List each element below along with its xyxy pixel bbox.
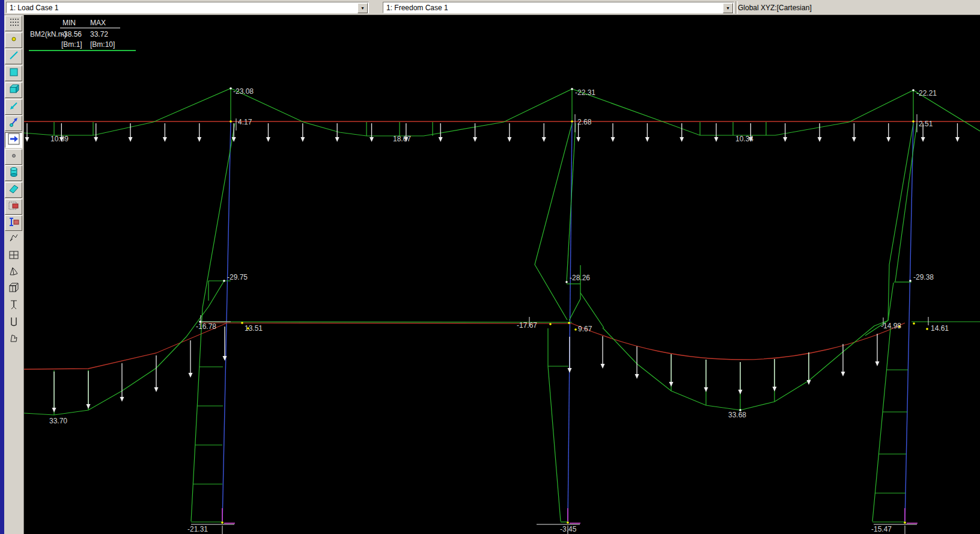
tool-create-plate[interactable] (5, 66, 22, 81)
moment-value-label: 33.70 (49, 417, 67, 425)
create-brick-icon (8, 83, 20, 97)
moment-value-label: -3.45 (560, 526, 576, 533)
ibeam-section-icon (8, 216, 20, 230)
moment-value-label: 10.39 (50, 135, 68, 143)
create-beam-icon (8, 49, 20, 64)
tool-sidebar (4, 15, 24, 534)
frame-post-icon (8, 299, 20, 313)
moment-value-label: -14.98 (881, 322, 901, 330)
tool-channel-section[interactable] (6, 316, 22, 330)
moment-value-label: -29.75 (227, 274, 248, 281)
tool-ibeam-section[interactable] (5, 215, 22, 231)
create-plate-icon (8, 66, 20, 81)
moment-diagram-canvas (24, 15, 980, 534)
tool-snap-move[interactable] (5, 99, 22, 115)
cylinder-icon (8, 166, 20, 180)
coordinate-system-value: Global XYZ:[Cartesian] (738, 4, 812, 12)
load-case-combobox[interactable]: 1: Load Case 1 ▼ (6, 2, 369, 13)
freedom-case-combobox[interactable]: 1: Freedom Case 1 ▼ (383, 2, 734, 13)
moment-value-label: -22.31 (575, 89, 595, 97)
create-node-icon (8, 33, 20, 48)
tool-align-link[interactable] (5, 115, 22, 131)
moment-value-label: -16.78 (196, 323, 216, 331)
sheet-fold-icon (8, 332, 20, 346)
moment-value-label: 10.34 (735, 135, 753, 143)
tool-node-dot[interactable] (5, 149, 22, 165)
tool-plate-section[interactable] (5, 199, 22, 215)
box-mesh-icon (8, 282, 20, 296)
moment-value-label: 13.51 (245, 325, 263, 333)
coordinate-system-display[interactable]: Global XYZ:[Cartesian] (738, 2, 812, 13)
model-viewport[interactable]: MIN MAX BM2(kN.m) -38.56 33.72 [Bm:1] [B… (24, 15, 980, 534)
tool-box-mesh[interactable] (6, 282, 22, 296)
moment-value-label: 18.67 (393, 135, 411, 143)
channel-section-icon (8, 316, 20, 330)
grid-plate-icon (8, 249, 20, 263)
tool-bent-plate[interactable] (6, 232, 22, 247)
moment-value-label: -28.26 (570, 274, 590, 282)
snap-move-icon (8, 100, 20, 114)
moment-value-label: 33.68 (728, 411, 746, 419)
select-points-icon (8, 16, 20, 31)
moment-value-label: -17.67 (517, 322, 537, 330)
load-arrow-icon (8, 133, 20, 147)
tool-create-node[interactable] (5, 32, 22, 48)
legend-series-line (29, 50, 136, 51)
moment-value-label: -29.38 (913, 274, 934, 281)
tool-select-points[interactable] (5, 16, 22, 31)
legend-min-header: MIN (62, 19, 76, 27)
moment-value-label: 2.51 (919, 120, 933, 128)
tool-load-arrow[interactable] (5, 132, 22, 148)
freedom-case-dropdown-arrow-icon[interactable]: ▼ (723, 3, 733, 13)
fold-plate-icon (8, 265, 20, 280)
legend-underline (60, 28, 120, 28)
freedom-case-value: 1: Freedom Case 1 (386, 4, 448, 12)
tool-create-beam[interactable] (5, 49, 22, 64)
plate-section-icon (8, 200, 20, 214)
skew-plate-icon (8, 183, 20, 197)
tool-cylinder[interactable] (5, 165, 22, 181)
legend-max-value: 33.72 (90, 30, 108, 38)
load-case-dropdown-arrow-icon[interactable]: ▼ (358, 3, 368, 13)
align-link-icon (8, 116, 20, 130)
tool-create-brick[interactable] (5, 82, 22, 98)
moment-value-label: 2.68 (577, 118, 591, 126)
moment-value-label: -15.47 (871, 526, 892, 533)
window-edge (0, 0, 4, 534)
load-case-value: 1: Load Case 1 (10, 4, 58, 12)
moment-value-label: 9.67 (578, 325, 592, 333)
tool-skew-plate[interactable] (5, 182, 22, 198)
moment-value-label: 14.61 (931, 325, 949, 333)
toolbar: 1: Load Case 1 ▼ 1: Freedom Case 1 ▼ Glo… (0, 0, 980, 15)
bent-plate-icon (8, 232, 20, 247)
moment-value-label: -22.21 (916, 90, 937, 97)
moment-value-label: 4.17 (238, 118, 252, 126)
node-dot-icon (8, 150, 20, 164)
tool-frame-post[interactable] (6, 299, 22, 313)
legend-max-header: MAX (90, 19, 106, 27)
legend-max-entity: [Bm:10] (90, 40, 115, 49)
tool-grid-plate[interactable] (6, 249, 22, 263)
strand7-window: { "toolbar": { "load_case": "1: Load Cas… (0, 0, 980, 534)
tool-sheet-fold[interactable] (6, 332, 22, 346)
legend-min-entity: [Bm:1] (61, 40, 82, 49)
moment-value-label: -21.31 (187, 526, 208, 533)
tool-fold-plate[interactable] (6, 265, 22, 280)
moment-value-label: -23.08 (233, 88, 254, 96)
legend-min-value: -38.56 (61, 30, 82, 38)
